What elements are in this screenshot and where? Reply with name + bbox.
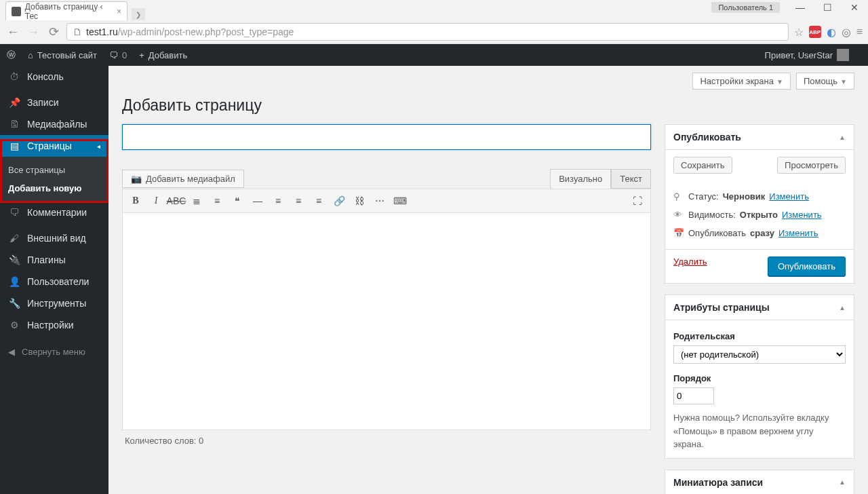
sidebar-item-users[interactable]: 👤Пользователи [0,271,108,292]
content-editor[interactable] [122,213,651,430]
extension-icon-2[interactable]: ◎ [842,26,851,39]
comments-link[interactable]: 🗨0 [109,50,127,60]
new-tab-button[interactable]: ❯ [132,8,145,20]
add-media-button[interactable]: 📷Добавить медиафайл [122,170,244,188]
featured-image-metabox: Миниатюра записи▲ [665,470,854,495]
nav-forward-button[interactable]: → [26,25,41,39]
nav-back-button[interactable]: ← [5,25,20,39]
browser-tab[interactable]: Добавить страницу ‹ Тес × [5,1,127,20]
abp-extension-icon[interactable]: ABP [809,26,821,38]
sidebar-subitem-all-pages[interactable]: Все страницы [0,161,108,179]
screen-meta-links: Настройки экрана▼ Помощь▼ [122,73,854,90]
sidebar-item-tools[interactable]: 🔧Инструменты [0,292,108,314]
screen-options-button[interactable]: Настройки экрана▼ [692,73,790,90]
more-button[interactable]: ⋯ [371,192,389,210]
metabox-toggle-icon[interactable]: ▲ [839,478,846,486]
window-controls: Пользователь 1 — ☐ ✕ [711,0,868,15]
home-icon: ⌂ [28,50,33,60]
url-path: /wp-admin/post-new.php?post_type=page [118,26,294,37]
address-bar-row: ← → ⟳ 🗋 test1.ru/wp-admin/post-new.php?p… [0,20,868,43]
sidebar-item-plugins[interactable]: 🔌Плагины [0,249,108,271]
greeting-text: Привет, UserStar [765,50,833,60]
camera-icon: 📷 [131,174,142,184]
wordpress-icon: ⓦ [7,49,16,61]
schedule-value: сразу [750,228,774,238]
nav-reload-button[interactable]: ⟳ [46,24,61,39]
tools-icon: 🔧 [8,298,20,309]
sidebar-subitem-add-page[interactable]: Добавить новую [0,179,108,197]
post-title-input[interactable] [122,124,651,150]
metabox-toggle-icon[interactable]: ▲ [839,304,846,311]
publish-metabox: Опубликовать▲ Сохранить Просмотреть ⚲Ста… [665,124,854,284]
page-attributes-metabox: Атрибуты страницы▲ Родительская (нет род… [665,294,854,459]
chrome-user-badge[interactable]: Пользователь 1 [711,2,780,13]
metabox-toggle-icon[interactable]: ▲ [839,134,846,141]
hr-button[interactable]: — [249,192,267,210]
caret-down-icon: ▼ [776,78,783,86]
parent-select[interactable]: (нет родительской) [673,345,846,364]
order-label: Порядок [673,373,846,383]
publish-heading: Опубликовать [673,132,741,142]
delete-link[interactable]: Удалить [673,256,707,276]
publish-button[interactable]: Опубликовать [768,256,846,276]
sidebar-item-settings[interactable]: ⚙Настройки [0,314,108,336]
sidebar-item-media[interactable]: 🖻Медиафайлы [0,113,108,135]
visual-tab[interactable]: Визуально [550,169,611,189]
menu-order-input[interactable] [673,387,714,404]
featured-heading: Миниатюра записи [673,477,763,488]
content-area: Настройки экрана▼ Помощь▼ Добавить стран… [108,66,868,494]
extension-icon[interactable]: ◐ [827,26,836,39]
attributes-help-text: Нужна помощь? Используйте вкладку «Помощ… [673,411,846,451]
window-maximize-button[interactable]: ☐ [814,0,841,15]
visibility-value: Открыто [740,210,778,220]
page-heading: Добавить страницу [122,96,854,115]
bullet-list-button[interactable]: ≣ [188,192,205,210]
collapse-icon: ◀ [8,347,15,357]
help-button[interactable]: Помощь▼ [796,73,854,90]
text-tab[interactable]: Текст [611,169,651,189]
editor-mode-tabs: Визуально Текст [550,169,651,189]
link-button[interactable]: 🔗 [330,192,348,210]
unlink-button[interactable]: ⛓ [351,192,368,210]
wp-admin-bar: ⓦ ⌂Тестовый сайт 🗨0 +Добавить Привет, Us… [0,44,868,66]
align-right-button[interactable]: ≡ [310,192,328,210]
key-icon: ⚲ [673,191,684,202]
sidebar-item-dashboard[interactable]: ⏱Консоль [0,66,108,88]
edit-schedule-link[interactable]: Изменить [778,228,818,238]
blockquote-button[interactable]: ❝ [229,192,246,210]
edit-visibility-link[interactable]: Изменить [782,210,822,220]
sidebar-item-appearance[interactable]: 🖌Внешний вид [0,227,108,249]
attributes-heading: Атрибуты страницы [673,302,770,313]
fullscreen-button[interactable]: ⛶ [629,192,646,210]
edit-status-link[interactable]: Изменить [769,191,809,202]
window-close-button[interactable]: ✕ [841,0,868,15]
site-link[interactable]: ⌂Тестовый сайт [28,50,97,60]
sidebar-item-comments[interactable]: 🗨Комментарии [0,202,108,223]
align-center-button[interactable]: ≡ [290,192,307,210]
window-minimize-button[interactable]: — [787,0,814,15]
sidebar-item-posts[interactable]: 📌Записи [0,92,108,113]
preview-button[interactable]: Просмотреть [777,157,846,174]
bold-button[interactable]: B [127,192,144,210]
add-label: Добавить [149,50,187,60]
page-icon: ▤ [8,140,20,151]
chrome-menu-icon[interactable]: ≡ [856,26,863,38]
sidebar-item-pages[interactable]: ▤Страницы◂ [0,135,108,157]
wp-body: ⏱Консоль 📌Записи 🖻Медиафайлы ▤Страницы◂ … [0,66,868,494]
user-menu[interactable]: Привет, UserStar [765,49,849,61]
sidebar-collapse-button[interactable]: ◀Свернуть меню [0,340,108,364]
italic-button[interactable]: I [147,192,165,210]
save-draft-button[interactable]: Сохранить [673,157,732,174]
plugin-icon: 🔌 [8,254,20,265]
address-bar[interactable]: 🗋 test1.ru/wp-admin/post-new.php?post_ty… [66,23,789,41]
bookmark-icon[interactable]: ☆ [794,26,804,39]
tab-close-icon[interactable]: × [117,7,121,16]
pin-icon: 📌 [8,97,20,108]
toolbar-toggle-button[interactable]: ⌨ [391,192,409,210]
settings-icon: ⚙ [8,320,20,330]
align-left-button[interactable]: ≡ [269,192,287,210]
number-list-button[interactable]: ≡ [208,192,226,210]
wp-logo-menu[interactable]: ⓦ [7,49,16,61]
strike-button[interactable]: ABC [167,192,185,210]
add-new-menu[interactable]: +Добавить [139,50,187,60]
